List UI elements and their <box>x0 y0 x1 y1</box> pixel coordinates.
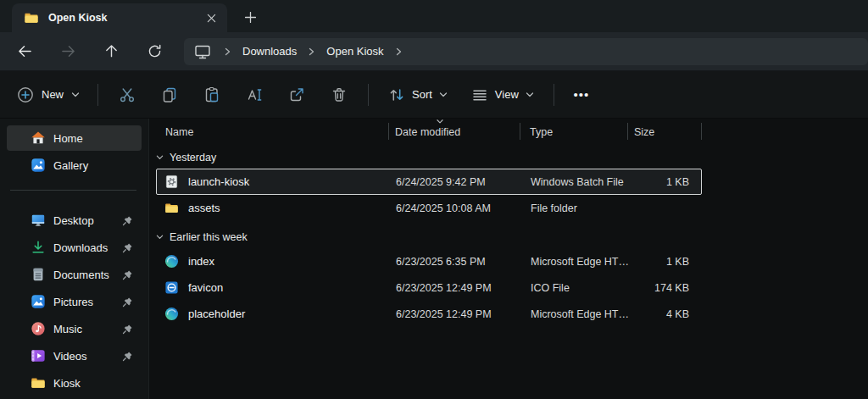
file-size: 4 KB <box>635 308 689 320</box>
folder-icon <box>24 11 39 25</box>
file-type: ICO File <box>531 282 635 294</box>
forward-button[interactable] <box>53 38 83 65</box>
sort-button[interactable]: Sort <box>379 80 457 110</box>
view-button[interactable]: View <box>462 80 543 110</box>
file-name: assets <box>188 202 220 214</box>
sidebar-item-label: Kiosk <box>53 377 81 390</box>
toolbar-separator <box>97 84 98 106</box>
file-row-favicon[interactable]: favicon 6/23/2025 12:49 PM ICO File 174 … <box>156 274 702 301</box>
edge-html-icon <box>164 307 179 321</box>
sidebar-item-label: Home <box>53 132 83 145</box>
file-list: Name Date modified Type Size Yesterday l… <box>149 119 868 399</box>
music-icon <box>31 321 46 336</box>
pictures-icon <box>31 294 46 309</box>
file-type: Microsoft Edge HT… <box>531 308 635 320</box>
content-area: Home Gallery Desktop Downloads Documents… <box>0 119 868 399</box>
sidebar-item-documents[interactable]: Documents <box>7 262 142 287</box>
column-header-type[interactable]: Type <box>530 126 553 138</box>
address-bar[interactable]: Downloads Open Kiosk <box>184 38 868 65</box>
view-button-label: View <box>495 88 519 101</box>
file-type: Microsoft Edge HT… <box>531 256 635 268</box>
copy-icon <box>161 86 178 103</box>
back-button[interactable] <box>9 38 40 65</box>
navigation-pane: Home Gallery Desktop Downloads Documents… <box>0 119 149 399</box>
this-pc-monitor-icon[interactable] <box>194 44 211 59</box>
close-icon <box>207 14 216 23</box>
file-date-modified: 6/24/2025 10:08 AM <box>396 202 531 214</box>
sidebar-item-kiosk[interactable]: Kiosk <box>7 370 142 396</box>
paste-icon <box>203 86 220 103</box>
column-divider[interactable] <box>388 123 389 140</box>
chevron-right-icon[interactable] <box>395 47 403 56</box>
chevron-right-icon[interactable] <box>308 47 315 56</box>
up-arrow-icon <box>104 44 119 58</box>
rename-button[interactable] <box>237 80 271 110</box>
sidebar-item-label: Gallery <box>53 159 88 172</box>
chevron-down-icon <box>71 91 80 98</box>
navigation-bar: Downloads Open Kiosk <box>0 32 868 71</box>
file-row-launch-kiosk[interactable]: launch-kiosk 6/24/2025 9:42 PM Windows B… <box>156 169 702 195</box>
column-divider[interactable] <box>520 123 520 140</box>
explorer-tab[interactable]: Open Kiosk <box>12 3 227 32</box>
file-row-index[interactable]: index 6/23/2025 6:35 PM Microsoft Edge H… <box>156 248 702 274</box>
paste-button[interactable] <box>195 80 229 110</box>
ellipsis-icon: ••• <box>573 87 589 102</box>
see-more-button[interactable]: ••• <box>565 80 598 110</box>
up-button[interactable] <box>96 38 126 65</box>
sort-arrows-icon <box>388 86 405 103</box>
new-button[interactable]: New <box>7 80 90 110</box>
file-date-modified: 6/24/2025 9:42 PM <box>396 176 531 188</box>
scissors-icon <box>119 86 136 103</box>
share-button[interactable] <box>280 80 314 110</box>
videos-icon <box>31 348 46 363</box>
chevron-right-icon[interactable] <box>224 47 231 56</box>
column-divider[interactable] <box>701 123 702 140</box>
file-size: 1 KB <box>635 176 689 188</box>
cut-button[interactable] <box>110 80 144 110</box>
sort-direction-chevron-icon <box>436 119 444 125</box>
view-lines-icon <box>471 86 488 103</box>
column-header-date-modified[interactable]: Date modified <box>395 126 460 138</box>
file-date-modified: 6/23/2025 12:49 PM <box>396 308 531 320</box>
plus-icon <box>245 12 256 23</box>
file-name: launch-kiosk <box>188 175 249 188</box>
column-header-size[interactable]: Size <box>634 126 654 138</box>
documents-icon <box>31 267 46 282</box>
new-button-label: New <box>42 88 64 101</box>
group-header-yesterday[interactable]: Yesterday <box>149 147 868 169</box>
column-header-name[interactable]: Name <box>165 126 193 138</box>
copy-button[interactable] <box>153 80 186 110</box>
pin-icon <box>122 351 133 362</box>
toolbar-separator <box>368 84 369 106</box>
sidebar-item-videos[interactable]: Videos <box>7 343 142 369</box>
sidebar-item-downloads[interactable]: Downloads <box>7 235 142 260</box>
share-icon <box>288 86 305 103</box>
sidebar-item-label: Downloads <box>53 241 108 254</box>
sidebar-item-desktop[interactable]: Desktop <box>7 208 142 233</box>
chevron-down-icon <box>439 91 448 98</box>
sidebar-item-home[interactable]: Home <box>7 125 142 151</box>
refresh-icon <box>147 44 162 58</box>
sidebar-item-gallery[interactable]: Gallery <box>7 152 142 178</box>
chevron-down-icon <box>526 91 534 98</box>
sidebar-item-pictures[interactable]: Pictures <box>7 289 142 314</box>
sidebar-item-music[interactable]: Music <box>7 316 142 341</box>
file-name-cell: index <box>157 254 396 269</box>
column-divider[interactable] <box>627 123 628 140</box>
file-type: File folder <box>531 202 635 214</box>
refresh-button[interactable] <box>139 38 170 65</box>
file-name: favicon <box>188 281 223 294</box>
file-row-assets[interactable]: assets 6/24/2025 10:08 AM File folder <box>156 195 702 221</box>
toolbar-separator <box>554 84 554 106</box>
breadcrumb-open-kiosk[interactable]: Open Kiosk <box>326 45 383 58</box>
group-header-earlier-this-week[interactable]: Earlier this week <box>149 226 868 248</box>
back-arrow-icon <box>18 44 32 58</box>
delete-button[interactable] <box>322 80 356 110</box>
new-tab-button[interactable] <box>237 4 263 30</box>
pin-icon <box>122 324 133 335</box>
file-row-placeholder[interactable]: placeholder 6/23/2025 12:49 PM Microsoft… <box>156 301 702 327</box>
tab-title: Open Kiosk <box>48 12 200 24</box>
breadcrumb-downloads[interactable]: Downloads <box>242 45 297 58</box>
close-tab-button[interactable] <box>200 7 222 29</box>
file-name-cell: favicon <box>157 280 396 295</box>
